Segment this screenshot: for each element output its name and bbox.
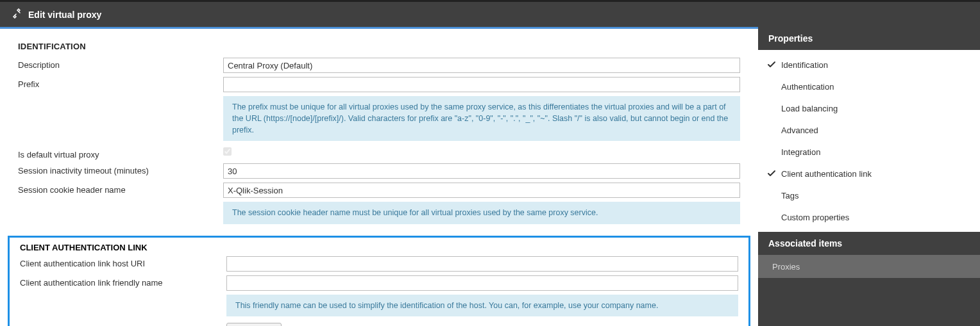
friendly-name-help: This friendly name can be used to simpli… xyxy=(226,295,738,316)
properties-heading: Properties xyxy=(758,27,980,50)
prop-label: Authentication xyxy=(781,82,834,92)
friendly-name-label: Client authentication link friendly name xyxy=(20,275,226,288)
prop-item-load-balancing[interactable]: Load balancing xyxy=(758,97,980,119)
row-prefix: Prefix xyxy=(18,77,740,92)
identification-heading: IDENTIFICATION xyxy=(18,42,740,51)
session-timeout-label: Session inactivity timeout (minutes) xyxy=(18,163,223,175)
session-timeout-input[interactable] xyxy=(223,163,740,179)
prop-label: Advanced xyxy=(781,126,818,135)
prefix-input[interactable] xyxy=(223,77,740,92)
associated-label: Proxies xyxy=(772,262,800,272)
cookie-header-input[interactable] xyxy=(223,183,740,198)
prop-item-identification[interactable]: Identification xyxy=(758,54,980,76)
check-icon xyxy=(767,169,781,178)
prop-label: Tags xyxy=(781,191,798,200)
check-icon xyxy=(767,60,781,69)
body-row: IDENTIFICATION Description Prefix The pr… xyxy=(0,27,980,326)
prop-label: Load balancing xyxy=(781,104,838,113)
prop-item-tags[interactable]: Tags xyxy=(758,184,980,206)
row-cookie-header: Session cookie header name xyxy=(18,183,740,198)
prefix-label: Prefix xyxy=(18,77,223,89)
row-friendly-help: This friendly name can be used to simpli… xyxy=(20,295,738,316)
prop-item-advanced[interactable]: Advanced xyxy=(758,119,980,141)
row-prefix-help: The prefix must be unique for all virtua… xyxy=(18,96,740,141)
prop-label: Identification xyxy=(781,60,828,70)
associated-item-proxies[interactable]: Proxies xyxy=(758,255,980,278)
prop-label: Custom properties xyxy=(781,213,849,222)
app-frame: Edit virtual proxy IDENTIFICATION Descri… xyxy=(0,0,980,326)
prefix-help: The prefix must be unique for all virtua… xyxy=(223,96,740,141)
row-is-default: Is default virtual proxy xyxy=(18,147,740,159)
prop-item-authentication[interactable]: Authentication xyxy=(758,76,980,97)
host-uri-input[interactable] xyxy=(226,256,738,272)
properties-list: Identification Authentication Load balan… xyxy=(758,50,980,232)
side-fill xyxy=(758,278,980,316)
client-auth-section: CLIENT AUTHENTICATION LINK Client authen… xyxy=(8,236,750,327)
side-pane: Properties Identification Authentication… xyxy=(758,27,980,326)
titlebar: Edit virtual proxy xyxy=(0,0,980,27)
is-default-checkbox xyxy=(223,147,232,156)
cookie-header-label: Session cookie header name xyxy=(18,183,223,195)
generate-label: Generate client authentication link xyxy=(20,323,226,326)
row-generate: Generate client authentication link Gene… xyxy=(20,323,738,326)
host-uri-label: Client authentication link host URI xyxy=(20,256,226,268)
identification-section: IDENTIFICATION Description Prefix The pr… xyxy=(0,42,758,224)
row-description: Description xyxy=(18,58,740,73)
description-label: Description xyxy=(18,58,223,70)
friendly-name-input[interactable] xyxy=(226,275,738,291)
associated-heading: Associated items xyxy=(758,232,980,255)
description-input[interactable] xyxy=(223,58,740,73)
row-friendly-name: Client authentication link friendly name xyxy=(20,275,738,291)
generate-button[interactable]: Generate xyxy=(226,323,282,326)
prop-label: Integration xyxy=(781,147,820,157)
prop-item-integration[interactable]: Integration xyxy=(758,141,980,163)
wrench-icon xyxy=(12,8,22,20)
row-session-timeout: Session inactivity timeout (minutes) xyxy=(18,163,740,179)
client-auth-heading: CLIENT AUTHENTICATION LINK xyxy=(20,243,738,252)
is-default-label: Is default virtual proxy xyxy=(18,147,223,159)
page-title: Edit virtual proxy xyxy=(28,10,101,20)
prop-item-client-auth-link[interactable]: Client authentication link xyxy=(758,163,980,184)
prop-item-custom-properties[interactable]: Custom properties xyxy=(758,206,980,228)
main-pane: IDENTIFICATION Description Prefix The pr… xyxy=(0,27,758,326)
row-host-uri: Client authentication link host URI xyxy=(20,256,738,272)
row-cookie-help: The session cookie header name must be u… xyxy=(18,202,740,224)
cookie-header-help: The session cookie header name must be u… xyxy=(223,202,740,224)
prop-label: Client authentication link xyxy=(781,169,872,179)
